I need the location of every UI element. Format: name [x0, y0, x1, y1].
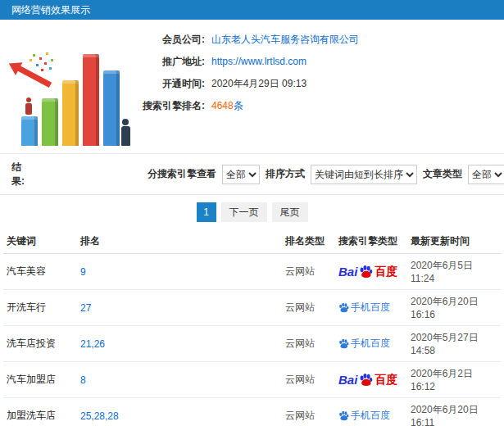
company-row: 会员公司: 山东老人头汽车服务咨询有限公司 — [123, 33, 504, 46]
table-header-row: 关键词 排名 排名类型 搜索引擎类型 最新更新时间 — [3, 229, 501, 254]
baidu-paw-icon — [338, 302, 349, 313]
baidu-logo-latin: Bai — [338, 265, 357, 279]
open-time-row: 开通时间: 2020年4月29日 09:13 — [123, 77, 504, 90]
table-row: 加盟洗车店25,28,28云网站手机百度2020年6月20日 16:11 — [3, 398, 501, 426]
chart-bar — [83, 54, 99, 146]
updated-time-cell: 2020年6月20日 16:16 — [407, 290, 501, 326]
table-body: 汽车美容9云网站Bai百度2020年6月5日 11:24开洗车行27云网站手机百… — [3, 254, 501, 426]
engine-filter-select[interactable]: 全部 — [222, 165, 260, 184]
col-header-rank: 排名 — [77, 229, 282, 254]
baidu-logo: Bai百度 — [338, 265, 404, 279]
baidu-paw-icon — [359, 373, 373, 387]
chart-bar — [42, 98, 58, 146]
rank-type-cell: 云网站 — [282, 362, 335, 398]
mobile-baidu-label: 手机百度 — [351, 301, 390, 315]
page-number-current[interactable]: 1 — [197, 202, 216, 222]
mobile-baidu-label: 手机百度 — [351, 409, 390, 423]
open-time-value: 2020年4月29日 09:13 — [211, 77, 306, 90]
rank-link[interactable]: 27 — [80, 302, 91, 314]
person-figure-left — [25, 97, 33, 115]
updated-time-cell: 2020年6月20日 16:11 — [407, 398, 501, 426]
rank-type-cell: 云网站 — [282, 254, 335, 290]
rank-cell: 9 — [77, 254, 282, 290]
sort-filter-label: 排序方式 — [266, 167, 305, 181]
rank-link[interactable]: 9 — [80, 266, 86, 278]
engine-cell: Bai百度 — [335, 362, 407, 398]
keyword-cell: 开洗车行 — [3, 290, 77, 326]
updated-time-cell: 2020年6月2日 16:12 — [407, 362, 501, 398]
baidu-logo-cn: 百度 — [375, 373, 397, 387]
member-info: 会员公司: 山东老人头汽车服务咨询有限公司 推广地址: https://www.… — [123, 20, 504, 112]
rank-link[interactable]: 21,26 — [80, 338, 105, 350]
rank-cell: 25,28,28 — [77, 398, 282, 426]
table-row: 汽车美容9云网站Bai百度2020年6月5日 11:24 — [3, 254, 501, 290]
col-header-keyword: 关键词 — [3, 229, 77, 254]
engine-cell: Bai百度 — [335, 254, 407, 290]
mobile-baidu-label: 手机百度 — [351, 337, 390, 351]
rank-type-cell: 云网站 — [282, 326, 335, 362]
engine-cell: 手机百度 — [335, 398, 407, 426]
engine-rank-count: 4648 — [211, 100, 234, 111]
baidu-paw-icon — [359, 265, 373, 279]
rank-link[interactable]: 25,28,28 — [80, 410, 119, 422]
chart-bar — [103, 70, 120, 146]
rank-cell: 27 — [77, 290, 282, 326]
result-label: 结果: — [11, 161, 25, 188]
table-row: 洗车店投资21,26云网站手机百度2020年5月27日 14:58 — [3, 326, 501, 362]
person-figure-right — [120, 119, 131, 146]
mobile-baidu-logo: 手机百度 — [338, 301, 404, 315]
keyword-rank-table: 关键词 排名 排名类型 搜索引擎类型 最新更新时间 汽车美容9云网站Bai百度2… — [3, 229, 501, 426]
info-section: 会员公司: 山东老人头汽车服务咨询有限公司 推广地址: https://www.… — [0, 20, 504, 154]
keyword-cell: 汽车加盟店 — [3, 362, 77, 398]
table-row: 汽车加盟店8云网站Bai百度2020年6月2日 16:12 — [3, 362, 501, 398]
table-row: 开洗车行27云网站手机百度2020年6月20日 16:16 — [3, 290, 501, 326]
company-link[interactable]: 山东老人头汽车服务咨询有限公司 — [211, 33, 359, 46]
pagination: 1 下一页 尾页 — [0, 195, 504, 229]
updated-time-cell: 2020年5月27日 14:58 — [407, 326, 501, 362]
col-header-updated: 最新更新时间 — [407, 229, 501, 254]
baidu-paw-icon — [338, 410, 349, 421]
rank-link[interactable]: 8 — [80, 374, 86, 386]
type-filter-select[interactable]: 全部 — [468, 165, 504, 184]
sort-filter-select[interactable]: 关键词由短到长排序 — [311, 165, 417, 184]
rank-type-cell: 云网站 — [282, 290, 335, 326]
baidu-logo-cn: 百度 — [375, 265, 397, 279]
keyword-cell: 汽车美容 — [3, 254, 77, 290]
baidu-paw-icon — [338, 338, 349, 349]
chart-bar — [62, 80, 79, 146]
col-header-rank-type: 排名类型 — [282, 229, 335, 254]
col-header-engine-type: 搜索引擎类型 — [335, 229, 407, 254]
chart-bars — [21, 54, 120, 146]
page-title: 网络营销效果展示 — [0, 0, 504, 20]
keyword-cell: 洗车店投资 — [3, 326, 77, 362]
mobile-baidu-logo: 手机百度 — [338, 337, 404, 351]
updated-time-cell: 2020年6月5日 11:24 — [407, 254, 501, 290]
mobile-baidu-logo: 手机百度 — [338, 409, 404, 423]
engine-rank-row: 搜索引擎排名: 4648条 — [123, 99, 504, 112]
engine-cell: 手机百度 — [335, 290, 407, 326]
chart-bar — [21, 116, 38, 146]
type-filter-label: 文章类型 — [423, 167, 462, 181]
rank-type-cell: 云网站 — [282, 398, 335, 426]
filter-controls: 分搜索引擎查看 全部 排序方式 关键词由短到长排序 文章类型 全部 提交 — [148, 165, 504, 184]
engine-cell: 手机百度 — [335, 326, 407, 362]
last-page-button[interactable]: 尾页 — [272, 202, 308, 222]
filter-bar: 结果: 分搜索引擎查看 全部 排序方式 关键词由短到长排序 文章类型 全部 提交 — [0, 154, 504, 195]
rank-cell: 8 — [77, 362, 282, 398]
baidu-logo: Bai百度 — [338, 373, 404, 387]
keyword-cell: 加盟洗车店 — [3, 398, 77, 426]
bar-chart-image — [5, 26, 143, 149]
next-page-button[interactable]: 下一页 — [221, 202, 267, 222]
baidu-logo-latin: Bai — [338, 373, 357, 387]
rank-cell: 21,26 — [77, 326, 282, 362]
engine-filter-label: 分搜索引擎查看 — [148, 167, 216, 181]
promo-url-link[interactable]: https://www.lrtlsd.com — [211, 55, 306, 68]
engine-rank-unit: 条 — [234, 100, 243, 111]
promo-url-row: 推广地址: https://www.lrtlsd.com — [123, 55, 504, 68]
